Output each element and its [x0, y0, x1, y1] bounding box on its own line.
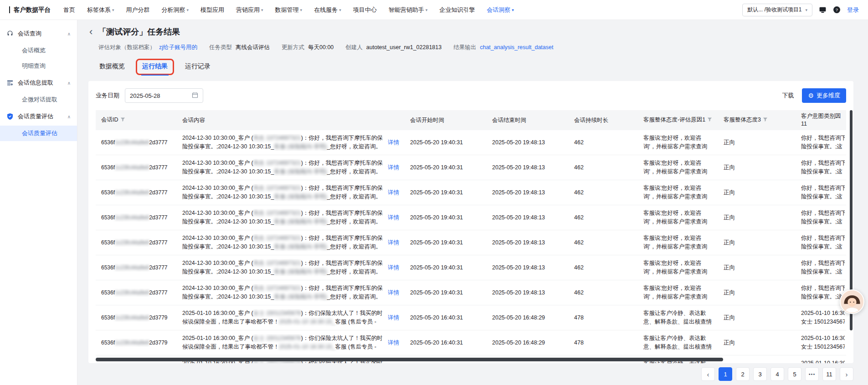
redacted-text: 2025-01-10 16:30:15_	[279, 319, 335, 325]
project-selector[interactable]: 默认... /验收测试项目1 ▾	[742, 4, 812, 16]
detail-link[interactable]: 详情	[388, 238, 399, 247]
help-icon[interactable]: ?	[833, 6, 841, 14]
back-button[interactable]: ‹	[88, 27, 93, 36]
cell-attitude-reason: 客服说'您好呀，欢迎咨询'，并根据客户需求查询报价、...	[638, 184, 718, 201]
horizontal-scrollbar[interactable]	[96, 358, 723, 361]
redacted-text: 客服 (保险顾问-李明)	[274, 143, 327, 150]
shield-icon	[6, 113, 14, 120]
pagination-page-2[interactable]: 2	[736, 367, 750, 381]
pagination-page-1[interactable]: 1	[719, 367, 732, 381]
detail-link[interactable]: 详情	[388, 289, 399, 297]
assistant-avatar[interactable]	[840, 289, 864, 314]
sidebar-item-会话质量评估[interactable]: 会话质量评估	[0, 126, 77, 141]
redacted-text: 先生 13724697321	[253, 210, 301, 216]
filter-icon[interactable]	[763, 117, 768, 124]
detail-link[interactable]: 详情	[388, 188, 399, 197]
monitor-icon[interactable]	[819, 6, 827, 14]
chevron-down-icon: ▾	[187, 8, 189, 12]
detail-link[interactable]: 详情	[388, 138, 399, 147]
intent-line: 2025-01-10 16:30:00_	[801, 359, 845, 363]
tab-运行结果[interactable]: 运行结果	[141, 59, 169, 76]
detail-link[interactable]: 详情	[388, 263, 399, 272]
nav-item-会话洞察[interactable]: 会话洞察▾	[487, 6, 514, 14]
pagination-page-5[interactable]: 5	[788, 367, 801, 381]
text-segment: 2d3777	[149, 264, 167, 271]
nav-item-项目中心[interactable]: 项目中心	[353, 6, 377, 14]
tab-运行记录[interactable]: 运行记录	[184, 59, 211, 76]
redacted-text: 1c23fc44a9e8	[115, 264, 149, 271]
pagination-page-11[interactable]: 11	[822, 367, 836, 381]
table-row: 6536f1c23fc44a9e82d37772024-12-30 10:30:…	[96, 205, 846, 230]
detail-link[interactable]: 详情	[388, 213, 399, 222]
table-body: 6536f1c23fc44a9e82d37772024-12-30 10:30:…	[96, 130, 846, 363]
sidebar-group-会话查询[interactable]: 会话查询∧	[0, 25, 77, 43]
nav-item-用户分群[interactable]: 用户分群	[126, 6, 150, 14]
login-button[interactable]: 登录	[847, 6, 859, 14]
nav-item-模型应用[interactable]: 模型应用	[200, 6, 224, 14]
nav-item-标签体系[interactable]: 标签体系▾	[87, 6, 114, 14]
meta-item: 更新方式每天00:00	[282, 44, 334, 51]
sidebar-group-label: 会话质量评估	[18, 112, 53, 121]
column-header-会话开始时间: 会话开始时间	[405, 114, 487, 127]
cell-duration: 478	[569, 314, 638, 322]
meta-label: 创建人	[345, 44, 363, 51]
detail-link[interactable]: 详情	[388, 339, 399, 347]
chevron-down-icon: ▾	[112, 8, 114, 12]
session-content-text: 2024-12-30 10:30:00_客户 (先生 13724697321)：…	[182, 134, 383, 151]
session-content-text: 2025-01-10 16:30:00_客户 (女士 15012345678)：…	[182, 309, 383, 326]
meta-value-link[interactable]: chat_analysis_result_dataset	[480, 44, 553, 51]
nav-item-首页[interactable]: 首页	[63, 6, 75, 14]
filter-icon[interactable]	[707, 117, 712, 124]
calendar-icon	[192, 92, 198, 100]
column-label: 客户意图类别因11	[801, 113, 841, 127]
meta-value-link[interactable]: zj给子账号用的	[159, 44, 197, 51]
nav-item-label: 分析洞察	[162, 6, 185, 14]
text-segment: 2d3777	[149, 164, 167, 171]
text-segment: 6536f	[101, 314, 115, 321]
business-date-picker[interactable]: 2025-05-28	[125, 88, 203, 103]
sidebar-item-企微对话提取[interactable]: 企微对话提取	[0, 92, 77, 107]
pagination-prev-button[interactable]: ‹	[701, 367, 715, 381]
nav-item-智能营销助手[interactable]: 智能营销助手▾	[389, 6, 428, 14]
more-dimensions-label: 更多维度	[817, 91, 840, 100]
cell-attitude: 正向	[718, 314, 796, 322]
intent-line: 险投保事宜。;这	[801, 293, 845, 301]
column-header-会话ID: 会话ID	[96, 114, 177, 127]
text-segment: 6536f	[101, 139, 115, 146]
pagination-ellipsis[interactable]: •••	[805, 367, 819, 381]
detail-link[interactable]: 详情	[388, 163, 399, 172]
pagination-next-button[interactable]: ›	[840, 367, 853, 381]
nav-item-数据管理[interactable]: 数据管理▾	[275, 6, 303, 14]
text-segment: 6536f	[101, 164, 115, 171]
tab-数据概览[interactable]: 数据概览	[98, 59, 126, 76]
pagination-page-4[interactable]: 4	[770, 367, 784, 381]
meta-item: 任务类型离线会话评估	[209, 44, 270, 51]
meta-value: autotest_user_rw1_02281813	[366, 44, 442, 51]
sidebar-group-会话信息提取[interactable]: 会话信息提取∧	[0, 74, 77, 92]
attitude-reason-text: 客服说'您好呀，欢迎咨询'，并根据客户需求查询报价、...	[643, 259, 713, 276]
redacted-text: 1c23fc44a9e8	[115, 239, 149, 246]
cell-session-id: 6536f1c23fc44a9e82d3779	[96, 314, 177, 322]
sidebar-group-会话质量评估[interactable]: 会话质量评估∧	[0, 107, 77, 126]
sidebar-group-label: 会话信息提取	[18, 79, 53, 87]
pagination-page-3[interactable]: 3	[753, 367, 767, 381]
session-content-text: 2025-01-10 16:30:00_客户 (女士 15012345678)：…	[182, 334, 383, 351]
attitude-reason-text: 客服说'您好呀，欢迎咨询'，并根据客户需求查询报价、...	[643, 184, 713, 201]
download-button[interactable]: 下载	[782, 91, 794, 100]
table-row: 6536f1c23fc44a9e82d37792025-01-10 16:30:…	[96, 330, 846, 355]
attitude-reason-text: 客服说'您好呀，欢迎咨询'，并根据客户需求查询报价、...	[643, 134, 713, 151]
nav-item-企业知识引擎[interactable]: 企业知识引擎	[439, 6, 475, 14]
sidebar-item-明细查询[interactable]: 明细查询	[0, 58, 77, 74]
cell-session-content: 2024-12-30 10:30:00_客户 (先生 13724697321)：…	[177, 159, 405, 176]
detail-link[interactable]: 详情	[388, 314, 399, 322]
more-dimensions-button[interactable]: ⚙ 更多维度	[802, 88, 846, 103]
nav-item-在线服务[interactable]: 在线服务▾	[314, 6, 341, 14]
sidebar-item-会话概览[interactable]: 会话概览	[0, 43, 77, 58]
filter-icon[interactable]	[120, 117, 125, 124]
main-content: ‹ 「测试评分」任务结果 评估对象（数据档案）zj给子账号用的任务类型离线会话评…	[77, 20, 868, 385]
text-segment: 2d3777	[149, 139, 167, 146]
nav-item-营销应用[interactable]: 营销应用▾	[236, 6, 263, 14]
redacted-text: 1c23fc44a9e8	[115, 289, 149, 296]
cell-intent: 你好，我想咨询下摩托车的保险投保事宜。;这	[796, 234, 846, 251]
nav-item-分析洞察[interactable]: 分析洞察▾	[162, 6, 189, 14]
